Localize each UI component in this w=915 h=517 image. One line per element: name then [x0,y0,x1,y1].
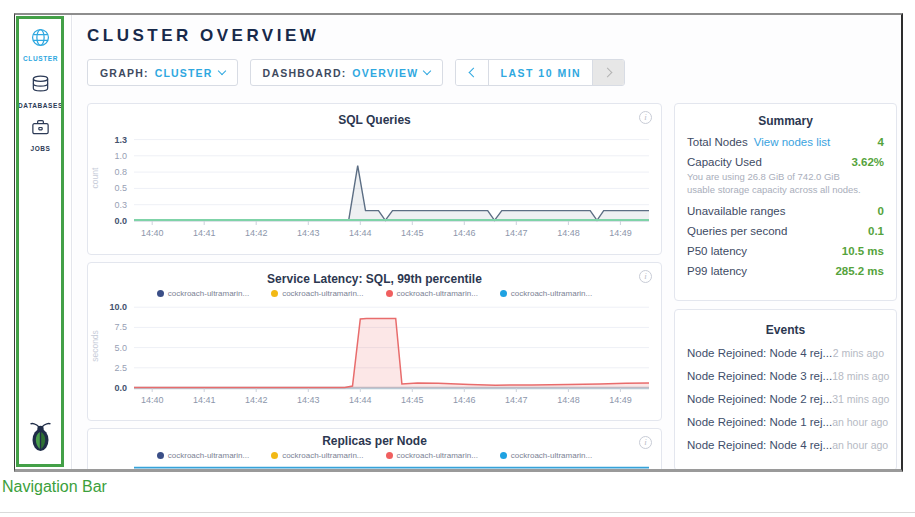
summary-row-label: Capacity Used [687,156,762,168]
screenshot-canvas: CLUSTER DATABASES JOBS CLUSTER OVERVIEW … [0,0,915,517]
chart-legend: cockroach-ultramarin... cockroach-ultram… [88,289,661,298]
sidebar-item-databases[interactable]: DATABASES [15,74,66,109]
summary-title: Summary [675,114,896,128]
capacity-note: You are using 26.8 GiB of 742.0 GiB usab… [675,168,896,197]
graph-dropdown[interactable]: GRAPH: CLUSTER [87,59,238,86]
controls-bar: GRAPH: CLUSTER DASHBOARD: OVERVIEW LAST … [87,59,901,86]
legend-item: cockroach-ultramarin... [157,451,249,460]
chart-title: SQL Queries [88,113,661,127]
svg-text:7.5: 7.5 [114,322,127,332]
time-range-next-button[interactable] [592,60,624,85]
svg-text:14:42: 14:42 [245,395,268,405]
summary-row: Unavailable ranges0 [675,197,896,217]
svg-text:14:44: 14:44 [349,395,372,405]
summary-row: P99 latency285.2 ms [675,257,896,277]
summary-panel: Summary Total NodesView nodes list4Capac… [674,103,897,301]
cockroach-bug-icon [27,422,54,453]
svg-text:0.8: 0.8 [114,167,127,177]
legend-item: cockroach-ultramarin... [157,289,249,298]
svg-text:14:40: 14:40 [141,395,164,405]
legend-item: cockroach-ultramarin... [271,289,363,298]
page-title: CLUSTER OVERVIEW [87,26,901,46]
legend-label: cockroach-ultramarin... [511,289,592,298]
legend-label: cockroach-ultramarin... [168,451,249,460]
chart-legend: cockroach-ultramarin... cockroach-ultram… [88,451,661,460]
legend-item: cockroach-ultramarin... [500,289,592,298]
chart-card-service-latency-sql-99th-percentile: Service Latency: SQL, 99th percentile i … [87,262,662,421]
chart-card-replicas-per-node: Replicas per Node i cockroach-ultramarin… [87,428,662,469]
bottom-divider [0,512,915,513]
graph-dropdown-value: CLUSTER [155,67,213,79]
event-text: Node Rejoined: Node 4 rej... [687,347,832,359]
event-time: 18 mins ago [832,370,889,382]
time-range-label[interactable]: LAST 10 MIN [488,60,592,85]
svg-text:14:43: 14:43 [297,228,320,238]
svg-text:14:47: 14:47 [505,395,528,405]
summary-row: Total NodesView nodes list4 [675,128,896,148]
svg-text:14:48: 14:48 [557,228,580,238]
sidebar-item-jobs[interactable]: JOBS [15,117,66,152]
svg-text:14:49: 14:49 [609,228,632,238]
chart-title: Replicas per Node [88,434,661,448]
svg-text:14:43: 14:43 [297,395,320,405]
info-icon[interactable]: i [639,436,652,449]
series-dot-icon [500,290,507,297]
event-time: 2 mins ago [833,347,884,359]
sidebar-item-label: JOBS [15,145,66,152]
svg-text:14:47: 14:47 [505,228,528,238]
summary-row: Capacity Used3.62% [675,148,896,168]
sidebar-item-label: CLUSTER [15,55,66,62]
summary-row: P50 latency10.5 ms [675,237,896,257]
chevron-right-icon [603,68,613,78]
events-panel: Events Node Rejoined: Node 4 rej... 2 mi… [674,309,897,469]
sidebar-item-cluster[interactable]: CLUSTER [15,27,66,62]
legend-item: cockroach-ultramarin... [500,451,592,460]
event-time: 31 mins ago [832,393,889,405]
series-dot-icon [386,290,393,297]
summary-row-value: 3.62% [851,156,884,168]
dashboard-dropdown[interactable]: DASHBOARD: OVERVIEW [250,59,444,86]
charts-column: SQL Queries i14:4014:4114:4214:4314:4414… [87,103,662,469]
event-row: Node Rejoined: Node 1 rej... an hour ago [675,410,896,433]
legend-label: cockroach-ultramarin... [282,451,363,460]
event-text: Node Rejoined: Node 3 rej... [687,370,832,382]
time-range-selector: LAST 10 MIN [455,59,625,86]
summary-row-value: 0.1 [868,225,884,237]
event-row: Node Rejoined: Node 3 rej... 18 mins ago [675,364,896,387]
events-title: Events [675,323,896,337]
summary-row-label: P99 latency [687,265,747,277]
info-icon[interactable]: i [639,111,652,124]
svg-text:14:46: 14:46 [453,228,476,238]
legend-item: cockroach-ultramarin... [386,289,478,298]
svg-text:0.3: 0.3 [114,200,127,210]
chart-plot: 14:4014:4114:4214:4314:4414:4514:4614:47… [88,127,659,243]
summary-row-label: Unavailable ranges [687,205,785,217]
svg-text:14:42: 14:42 [245,228,268,238]
svg-text:0.0: 0.0 [114,383,127,393]
view-nodes-list-link[interactable]: View nodes list [754,136,831,148]
app-window: CLUSTER DATABASES JOBS CLUSTER OVERVIEW … [14,13,903,472]
dashboard-content: SQL Queries i14:4014:4114:4214:4314:4414… [87,103,901,469]
svg-text:400: 400 [112,468,127,469]
svg-text:14:41: 14:41 [193,395,216,405]
svg-text:14:44: 14:44 [349,228,372,238]
legend-label: cockroach-ultramarin... [397,289,478,298]
cockroachdb-logo[interactable] [15,422,66,457]
svg-text:14:45: 14:45 [401,228,424,238]
info-icon[interactable]: i [639,270,652,283]
chevron-left-icon [468,68,478,78]
time-range-prev-button[interactable] [456,60,488,85]
legend-label: cockroach-ultramarin... [511,451,592,460]
event-text: Node Rejoined: Node 1 rej... [687,416,832,428]
summary-row-label: Total Nodes [687,136,748,148]
summary-row-value: 4 [878,136,884,148]
svg-text:14:45: 14:45 [401,395,424,405]
right-column: Summary Total NodesView nodes list4Capac… [674,103,897,469]
svg-text:14:40: 14:40 [141,228,164,238]
globe-icon [30,34,51,51]
database-icon [30,81,51,98]
legend-item: cockroach-ultramarin... [386,451,478,460]
legend-label: cockroach-ultramarin... [397,451,478,460]
event-row: Node Rejoined: Node 2 rej... 31 mins ago [675,387,896,410]
series-dot-icon [386,452,393,459]
